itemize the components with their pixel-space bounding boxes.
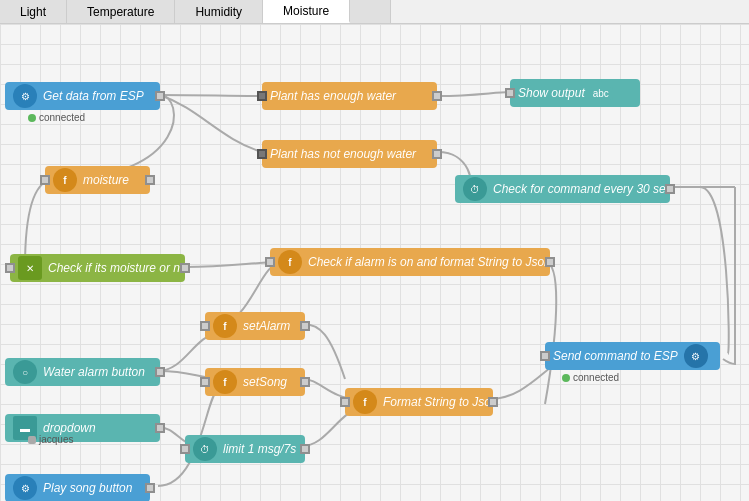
output-port[interactable] bbox=[300, 377, 310, 387]
node-show-output-label: Show output bbox=[518, 86, 585, 100]
node-set-song[interactable]: f setSong bbox=[205, 368, 305, 396]
input-port[interactable] bbox=[180, 444, 190, 454]
node-plant-not-enough-label: Plant has not enough water bbox=[270, 147, 416, 161]
get-data-connected: connected bbox=[28, 112, 85, 123]
node-check-alarm[interactable]: f Check if alarm is on and format String… bbox=[270, 248, 550, 276]
node-water-alarm[interactable]: ○ Water alarm button bbox=[5, 358, 160, 386]
node-get-data[interactable]: ⚙ Get data from ESP bbox=[5, 82, 160, 110]
node-set-song-label: setSong bbox=[243, 375, 287, 389]
tab-extra[interactable] bbox=[350, 0, 391, 23]
output-port[interactable] bbox=[300, 444, 310, 454]
node-send-command[interactable]: Send command to ESP ⚙ bbox=[545, 342, 720, 370]
send-command-connected: connected bbox=[562, 372, 619, 383]
abc-badge: abc bbox=[589, 87, 613, 100]
input-port[interactable] bbox=[540, 351, 550, 361]
tab-humidity[interactable]: Humidity bbox=[175, 0, 263, 23]
node-moisture[interactable]: f moisture bbox=[45, 166, 150, 194]
tab-light[interactable]: Light bbox=[0, 0, 67, 23]
canvas: ⚙ Get data from ESP connected f moisture… bbox=[0, 24, 749, 501]
tab-humidity-label: Humidity bbox=[195, 5, 242, 19]
output-port[interactable] bbox=[545, 257, 555, 267]
node-check-moisture-label: Check if its moisture or not bbox=[48, 261, 190, 275]
node-plant-enough[interactable]: Plant has enough water bbox=[262, 82, 437, 110]
output-port[interactable] bbox=[155, 91, 165, 101]
connected-label-text: connected bbox=[39, 112, 85, 123]
circle-icon: ○ bbox=[22, 367, 28, 378]
func-icon2: f bbox=[288, 257, 291, 268]
input-port[interactable] bbox=[505, 88, 515, 98]
tab-temperature-label: Temperature bbox=[87, 5, 154, 19]
tab-bar: Light Temperature Humidity Moisture bbox=[0, 0, 749, 24]
output-port[interactable] bbox=[432, 91, 442, 101]
input-port[interactable] bbox=[340, 397, 350, 407]
node-water-alarm-label: Water alarm button bbox=[43, 365, 145, 379]
node-plant-not-enough[interactable]: Plant has not enough water bbox=[262, 140, 437, 168]
connected-dot2 bbox=[562, 374, 570, 382]
dropdown-sub: jacques bbox=[28, 434, 73, 445]
node-moisture-label: moisture bbox=[83, 173, 129, 187]
input-port[interactable] bbox=[40, 175, 50, 185]
dropdown-icon bbox=[28, 436, 36, 444]
esp-icon2: ⚙ bbox=[21, 483, 30, 494]
input-port[interactable] bbox=[200, 321, 210, 331]
node-play-song-label: Play song button bbox=[43, 481, 132, 495]
clock-icon2: ⏱ bbox=[470, 184, 480, 195]
node-format-string[interactable]: f Format String to Json bbox=[345, 388, 493, 416]
output-port[interactable] bbox=[145, 175, 155, 185]
esp-icon: ⚙ bbox=[21, 91, 30, 102]
func-icon3: f bbox=[223, 321, 226, 332]
output-port[interactable] bbox=[488, 397, 498, 407]
output-port[interactable] bbox=[300, 321, 310, 331]
input-port[interactable] bbox=[257, 91, 267, 101]
tab-light-label: Light bbox=[20, 5, 46, 19]
node-plant-enough-label: Plant has enough water bbox=[270, 89, 396, 103]
node-check-moisture[interactable]: ✕ Check if its moisture or not bbox=[10, 254, 185, 282]
node-limit[interactable]: ⏱ limit 1 msg/7s bbox=[185, 435, 305, 463]
tab-moisture-label: Moisture bbox=[283, 4, 329, 18]
check-icon: ✕ bbox=[26, 263, 34, 274]
input-port[interactable] bbox=[257, 149, 267, 159]
node-format-string-label: Format String to Json bbox=[383, 395, 498, 409]
node-play-song[interactable]: ⚙ Play song button bbox=[5, 474, 150, 501]
output-port[interactable] bbox=[432, 149, 442, 159]
tab-moisture[interactable]: Moisture bbox=[263, 0, 350, 23]
input-port[interactable] bbox=[5, 263, 15, 273]
node-check-command-label: Check for command every 30 sec bbox=[493, 182, 672, 196]
node-dropdown-label: dropdown bbox=[43, 421, 96, 435]
gear-icon: ⚙ bbox=[691, 351, 700, 362]
output-port[interactable] bbox=[180, 263, 190, 273]
node-set-alarm-label: setAlarm bbox=[243, 319, 290, 333]
node-set-alarm[interactable]: f setAlarm bbox=[205, 312, 305, 340]
dropdown-sub-text: jacques bbox=[39, 434, 73, 445]
func-icon: f bbox=[63, 175, 66, 186]
node-get-data-label: Get data from ESP bbox=[43, 89, 144, 103]
rect-icon: ▬ bbox=[20, 423, 30, 434]
node-check-alarm-label: Check if alarm is on and format String t… bbox=[308, 255, 551, 269]
node-check-command[interactable]: ⏱ Check for command every 30 sec bbox=[455, 175, 670, 203]
input-port[interactable] bbox=[200, 377, 210, 387]
output-port[interactable] bbox=[145, 483, 155, 493]
node-send-command-label: Send command to ESP bbox=[553, 349, 678, 363]
node-show-output[interactable]: Show output abc bbox=[510, 79, 640, 107]
tab-temperature[interactable]: Temperature bbox=[67, 0, 175, 23]
output-port[interactable] bbox=[665, 184, 675, 194]
connected-dot bbox=[28, 114, 36, 122]
func-icon5: f bbox=[363, 397, 366, 408]
output-port[interactable] bbox=[155, 367, 165, 377]
func-icon4: f bbox=[223, 377, 226, 388]
node-limit-label: limit 1 msg/7s bbox=[223, 442, 296, 456]
send-command-connected-text: connected bbox=[573, 372, 619, 383]
clock-icon: ⏱ bbox=[200, 444, 210, 455]
output-port[interactable] bbox=[155, 423, 165, 433]
input-port[interactable] bbox=[265, 257, 275, 267]
